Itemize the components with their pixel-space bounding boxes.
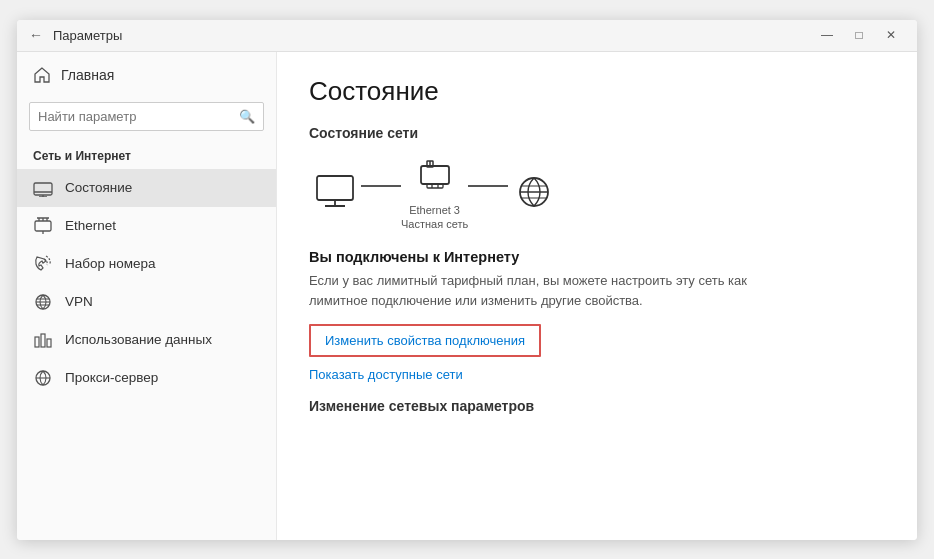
- sidebar-item-ethernet-label: Ethernet: [65, 218, 116, 233]
- proxy-icon: [33, 369, 53, 387]
- sidebar-item-ethernet[interactable]: Ethernet: [17, 207, 276, 245]
- sidebar-item-vpn-label: VPN: [65, 294, 93, 309]
- vpn-icon: [33, 293, 53, 311]
- svg-rect-14: [35, 337, 39, 347]
- search-box[interactable]: 🔍: [29, 102, 264, 131]
- globe-icon: [508, 173, 560, 213]
- change-settings-title: Изменение сетевых параметров: [309, 398, 885, 414]
- ethernet-name: Ethernet 3 Частная сеть: [401, 203, 468, 232]
- pc-icon: [309, 173, 361, 213]
- page-title: Состояние: [309, 76, 885, 107]
- window-title: Параметры: [53, 28, 813, 43]
- home-icon: [33, 66, 51, 84]
- sidebar-section-title: Сеть и Интернет: [17, 141, 276, 169]
- sidebar-item-dialup[interactable]: Набор номера: [17, 245, 276, 283]
- line-1: [361, 185, 401, 187]
- router-icon-group: Ethernet 3 Частная сеть: [401, 155, 468, 232]
- change-connection-button[interactable]: Изменить свойства подключения: [309, 324, 541, 357]
- sidebar-item-proxy[interactable]: Прокси-сервер: [17, 359, 276, 397]
- sidebar-item-vpn[interactable]: VPN: [17, 283, 276, 321]
- network-status-label: Состояние сети: [309, 125, 885, 141]
- sidebar-item-status[interactable]: Состояние: [17, 169, 276, 207]
- titlebar: ← Параметры — □ ✕: [17, 20, 917, 52]
- search-input[interactable]: [30, 103, 231, 130]
- line-2: [468, 185, 508, 187]
- sidebar-item-dialup-label: Набор номера: [65, 256, 156, 271]
- sidebar-item-data-usage[interactable]: Использование данных: [17, 321, 276, 359]
- show-networks-link[interactable]: Показать доступные сети: [309, 367, 885, 382]
- sidebar-item-proxy-label: Прокси-сервер: [65, 370, 158, 385]
- pc-icon-group: [309, 173, 361, 213]
- maximize-button[interactable]: □: [845, 25, 873, 45]
- description-text: Если у вас лимитный тарифный план, вы мо…: [309, 271, 749, 310]
- dialup-icon: [33, 255, 53, 273]
- svg-rect-16: [47, 339, 51, 347]
- svg-rect-15: [41, 334, 45, 347]
- close-button[interactable]: ✕: [877, 25, 905, 45]
- router-icon: [409, 155, 461, 195]
- ethernet-icon: [33, 217, 53, 235]
- minimize-button[interactable]: —: [813, 25, 841, 45]
- home-label: Главная: [61, 67, 114, 83]
- sidebar: Главная 🔍 Сеть и Интернет Состояние: [17, 52, 277, 540]
- network-status-icon: [33, 179, 53, 197]
- search-icon: 🔍: [231, 109, 263, 124]
- network-diagram: Ethernet 3 Частная сеть: [309, 155, 885, 232]
- svg-rect-25: [427, 184, 443, 188]
- app-window: ← Параметры — □ ✕ Главная 🔍 Сеть и И: [17, 20, 917, 540]
- svg-rect-4: [35, 221, 51, 231]
- main-content: Состояние Состояние сети: [277, 52, 917, 540]
- content-area: Главная 🔍 Сеть и Интернет Состояние: [17, 52, 917, 540]
- window-controls: — □ ✕: [813, 25, 905, 45]
- connected-text: Вы подключены к Интернету: [309, 249, 885, 265]
- svg-rect-22: [421, 166, 449, 184]
- data-usage-icon: [33, 331, 53, 349]
- back-button[interactable]: ←: [29, 27, 43, 43]
- sidebar-item-status-label: Состояние: [65, 180, 132, 195]
- svg-rect-0: [34, 183, 52, 195]
- globe-icon-group: [508, 173, 560, 213]
- sidebar-item-data-usage-label: Использование данных: [65, 332, 212, 347]
- sidebar-item-home[interactable]: Главная: [17, 52, 276, 98]
- svg-rect-19: [317, 176, 353, 200]
